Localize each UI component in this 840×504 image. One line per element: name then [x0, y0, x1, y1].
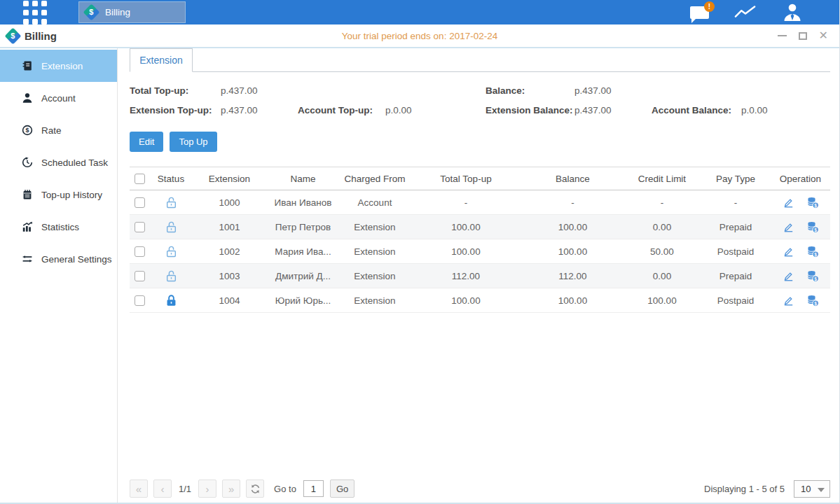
prev-page-button[interactable]: ‹	[153, 479, 172, 498]
sidebar-item-general-settings[interactable]: General Settings	[0, 243, 117, 275]
unlocked-icon	[165, 220, 178, 234]
extension-topup-value: p.437.00	[221, 105, 298, 115]
extension-table: StatusExtensionNameCharged FromTotal Top…	[130, 167, 830, 313]
messages-icon[interactable]: !	[690, 6, 709, 19]
cell-balance: -	[522, 190, 624, 215]
table-row: 1004Юрий Юрь...Extension100.00100.00100.…	[130, 288, 830, 313]
topup-icon[interactable]: $	[806, 196, 819, 209]
cell-total-topup: 112.00	[410, 264, 522, 288]
svg-text:$: $	[814, 227, 817, 233]
edit-button[interactable]: Edit	[130, 132, 163, 152]
balance-summary: Total Top-up: p.437.00 Balance: p.437.00…	[130, 85, 830, 115]
goto-page-input[interactable]	[303, 480, 324, 497]
app-launcher-icon[interactable]	[23, 1, 47, 24]
page-size-select[interactable]: 10	[794, 480, 830, 498]
sidebar-item-label: Rate	[41, 125, 62, 136]
cell-credit-limit: 0.00	[624, 215, 701, 239]
total-topup-value: p.437.00	[221, 85, 298, 96]
notification-badge: !	[704, 1, 715, 12]
pagination-bar: « ‹ 1/1 › » Go to Go Displaying 1 - 5 of…	[130, 479, 830, 498]
column-header-pay-type: Pay Type	[701, 167, 771, 190]
column-header-total-top-up: Total Top-up	[410, 167, 522, 190]
cell-total-topup: -	[410, 190, 522, 215]
table-row: 1001Петр ПетровExtension100.00100.000.00…	[130, 215, 830, 239]
unlocked-icon	[165, 196, 178, 209]
cell-name: Юрий Юрь...	[266, 288, 340, 313]
first-page-button[interactable]: «	[130, 479, 148, 498]
unlocked-icon	[165, 245, 178, 258]
cell-pay-type: Prepaid	[701, 215, 771, 239]
cell-pay-type: -	[701, 190, 771, 215]
sidebar: ExtensionAccount$RateScheduled TaskTop-u…	[0, 48, 118, 503]
dropdown-arrow-icon	[818, 488, 825, 492]
taskbar-billing-tab[interactable]: $ Billing	[78, 1, 186, 23]
row-checkbox[interactable]	[135, 197, 145, 208]
edit-icon[interactable]	[783, 197, 794, 209]
next-page-button[interactable]: ›	[198, 479, 216, 498]
select-all-checkbox[interactable]	[135, 174, 145, 184]
last-page-button[interactable]: »	[222, 479, 240, 498]
cell-extension: 1001	[193, 215, 266, 239]
tab-bar: Extension	[130, 48, 830, 72]
edit-icon[interactable]	[783, 295, 794, 307]
trial-notice: Your trial period ends on: 2017-02-24	[0, 31, 839, 41]
column-header-operation: Operation	[771, 167, 830, 190]
row-checkbox[interactable]	[135, 222, 145, 232]
topup-icon[interactable]: $	[806, 220, 819, 233]
cell-extension: 1004	[193, 288, 266, 313]
billing-app-icon: $	[83, 4, 99, 20]
sidebar-item-rate[interactable]: $Rate	[0, 114, 117, 146]
cell-balance: 100.00	[522, 288, 624, 313]
sidebar-item-account[interactable]: Account	[0, 82, 117, 114]
total-topup-label: Total Top-up:	[130, 85, 221, 96]
displaying-info: Displaying 1 - 5 of 5	[704, 484, 785, 494]
cell-pay-type: Postpaid	[701, 288, 771, 313]
sidebar-item-label: Top-up History	[41, 190, 102, 200]
maximize-icon[interactable]	[799, 32, 807, 40]
go-button[interactable]: Go	[330, 479, 354, 498]
sidebar-item-label: Scheduled Task	[41, 158, 108, 168]
row-checkbox[interactable]	[135, 246, 145, 257]
edit-icon[interactable]	[783, 270, 794, 282]
rate-icon: $	[21, 125, 34, 136]
extension-icon	[21, 60, 34, 71]
refresh-button[interactable]	[246, 479, 264, 498]
edit-icon[interactable]	[783, 246, 794, 258]
close-icon[interactable]: ✕	[819, 30, 828, 41]
tab-extension[interactable]: Extension	[130, 48, 193, 72]
topup-history-icon	[21, 189, 34, 200]
row-checkbox[interactable]	[135, 295, 145, 306]
sidebar-item-extension[interactable]: Extension	[0, 50, 117, 82]
edit-icon[interactable]	[783, 221, 794, 233]
minimize-icon[interactable]	[778, 35, 787, 36]
top-up-button[interactable]: Top Up	[170, 132, 216, 152]
sidebar-item-statistics[interactable]: Statistics	[0, 211, 117, 243]
column-header-credit-limit: Credit Limit	[624, 167, 701, 190]
unlocked-icon	[165, 270, 178, 283]
sidebar-item-scheduled-task[interactable]: Scheduled Task	[0, 146, 117, 178]
column-header-extension: Extension	[193, 167, 266, 190]
general-settings-icon	[21, 253, 34, 265]
sidebar-item-label: Account	[41, 93, 76, 104]
cell-name: Мария Ива...	[266, 239, 340, 264]
sidebar-item-top-up-history[interactable]: Top-up History	[0, 178, 117, 211]
cell-balance: 100.00	[522, 239, 624, 264]
cell-pay-type: Prepaid	[701, 264, 771, 288]
cell-balance: 112.00	[522, 264, 624, 288]
balance-label: Balance:	[486, 85, 574, 96]
svg-text:$: $	[814, 203, 817, 209]
table-row: 1003Дмитрий Д...Extension112.00112.000.0…	[130, 264, 830, 288]
topup-icon[interactable]: $	[806, 245, 819, 258]
user-account-icon[interactable]	[782, 3, 803, 22]
window-header: Your trial period ends on: 2017-02-24 $ …	[0, 24, 839, 48]
row-checkbox[interactable]	[135, 271, 145, 281]
cell-charged-from: Extension	[340, 288, 410, 313]
topup-icon[interactable]: $	[806, 270, 819, 282]
taskbar-tab-label: Billing	[105, 7, 130, 18]
topup-icon[interactable]: $	[806, 294, 819, 307]
statistics-icon	[21, 221, 34, 232]
statistics-chart-icon[interactable]	[734, 4, 757, 22]
billing-window-icon: $	[4, 27, 21, 44]
cell-credit-limit: 0.00	[624, 264, 701, 288]
locked-icon	[165, 294, 178, 307]
